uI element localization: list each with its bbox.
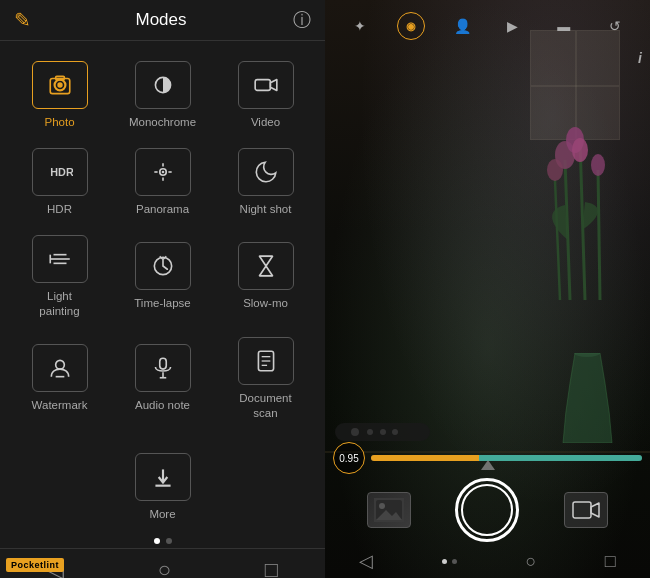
exposure-orange xyxy=(371,455,479,461)
camera-dot-1 xyxy=(442,559,447,564)
mode-nightshot[interactable]: Night shot xyxy=(214,138,317,225)
page-dots xyxy=(0,532,325,548)
level-indicator xyxy=(473,458,503,476)
mode-timelapse[interactable]: Time-lapse xyxy=(111,225,214,327)
mode-hdr[interactable]: HDR HDR xyxy=(8,138,111,225)
recents-nav-icon[interactable]: □ xyxy=(265,557,278,578)
svg-line-35 xyxy=(555,180,560,300)
documentscan-label: Document scan xyxy=(239,391,291,421)
exposure-bar[interactable] xyxy=(371,455,642,461)
video-label: Video xyxy=(251,115,280,130)
thumbnail-icon xyxy=(374,498,404,522)
video-icon xyxy=(253,72,279,98)
bluetooth-icon[interactable]: ✦ xyxy=(346,12,374,40)
mode-audionote[interactable]: Audio note xyxy=(111,327,214,429)
more-button[interactable]: More xyxy=(115,443,211,530)
svg-point-39 xyxy=(547,159,563,181)
mode-slowmo[interactable]: Slow-mo xyxy=(214,225,317,327)
video-top-icon[interactable]: ▶ xyxy=(499,12,527,40)
timelapse-label: Time-lapse xyxy=(134,296,190,311)
photo-label: Photo xyxy=(44,115,74,130)
modes-grid: Photo Monochrome Video xyxy=(0,41,325,439)
gallery-thumbnail[interactable] xyxy=(367,492,411,528)
panorama-icon xyxy=(150,159,176,185)
svg-point-43 xyxy=(351,428,359,436)
hdr-icon: HDR xyxy=(47,159,73,185)
monochrome-label: Monochrome xyxy=(129,115,196,130)
mode-watermark[interactable]: Watermark xyxy=(8,327,111,429)
monochrome-icon-box xyxy=(135,61,191,109)
zoom-value: 0.95 xyxy=(339,453,358,464)
camera-info-corner[interactable]: i xyxy=(638,50,642,66)
camera-home-icon[interactable]: ○ xyxy=(525,551,536,572)
vase-decoration xyxy=(555,353,620,443)
slowmo-label: Slow-mo xyxy=(243,296,288,311)
svg-text:HDR: HDR xyxy=(50,166,73,178)
mode-photo[interactable]: Photo xyxy=(8,51,111,138)
svg-line-34 xyxy=(598,170,600,300)
mode-lightpainting[interactable]: Light painting xyxy=(8,225,111,327)
svg-point-9 xyxy=(161,171,164,174)
svg-point-21 xyxy=(55,361,64,370)
svg-point-50 xyxy=(379,503,385,509)
lightpainting-icon xyxy=(47,246,73,272)
svg-point-44 xyxy=(367,429,373,435)
svg-point-46 xyxy=(392,429,398,435)
camera-viewfinder: ✦ ◉ 👤 ▶ ▬ ↺ i 0.95 xyxy=(325,0,650,578)
timelapse-icon-box xyxy=(135,242,191,290)
portrait-icon[interactable]: 👤 xyxy=(448,12,476,40)
hdr-icon-box: HDR xyxy=(32,148,88,196)
tulips-decoration xyxy=(510,40,640,300)
dot-1 xyxy=(154,538,160,544)
video-icon-box xyxy=(238,61,294,109)
more-download-icon xyxy=(150,464,176,490)
svg-point-38 xyxy=(572,138,588,162)
watermark-icon-box xyxy=(32,344,88,392)
mode-monochrome[interactable]: Monochrome xyxy=(111,51,214,138)
panorama-label: Panorama xyxy=(136,202,189,217)
video-mode-button[interactable] xyxy=(564,492,608,528)
svg-rect-23 xyxy=(159,358,166,369)
svg-point-40 xyxy=(591,154,605,176)
battery-icon: ▬ xyxy=(550,12,578,40)
info-icon[interactable]: ⓘ xyxy=(291,8,311,32)
camera-recents-icon[interactable]: □ xyxy=(605,551,616,572)
hdr-camera-icon[interactable]: ◉ xyxy=(397,12,425,40)
mode-video[interactable]: Video xyxy=(214,51,317,138)
lightpainting-label: Light painting xyxy=(39,289,79,319)
photo-icon xyxy=(47,72,73,98)
zoom-indicator[interactable]: 0.95 xyxy=(333,442,365,474)
monochrome-icon xyxy=(150,72,176,98)
modes-header: ✎ Modes ⓘ xyxy=(0,0,325,41)
documentscan-icon xyxy=(253,348,279,374)
mode-documentscan[interactable]: Document scan xyxy=(214,327,317,429)
svg-marker-47 xyxy=(481,460,495,470)
edit-icon[interactable]: ✎ xyxy=(14,8,31,32)
svg-rect-52 xyxy=(573,502,591,518)
shutter-inner xyxy=(461,484,513,536)
rotate-icon[interactable]: ↺ xyxy=(601,12,629,40)
nightshot-icon xyxy=(253,159,279,185)
exposure-green xyxy=(479,455,642,461)
camera-top-icons: ✦ ◉ 👤 ▶ ▬ ↺ xyxy=(325,8,650,44)
mode-panorama[interactable]: Panorama xyxy=(111,138,214,225)
home-nav-icon[interactable]: ○ xyxy=(158,557,171,578)
documentscan-icon-box xyxy=(238,337,294,385)
camera-back-icon[interactable]: ◁ xyxy=(359,550,373,572)
hdr-label: HDR xyxy=(47,202,72,217)
nightshot-icon-box xyxy=(238,148,294,196)
nightshot-label: Night shot xyxy=(240,202,292,217)
video-btn-icon xyxy=(572,499,600,521)
modes-panel: ✎ Modes ⓘ Photo xyxy=(0,0,325,578)
audionote-icon-box xyxy=(135,344,191,392)
svg-rect-5 xyxy=(255,80,270,91)
lightpainting-icon-box xyxy=(32,235,88,283)
modes-title: Modes xyxy=(31,10,291,30)
timelapse-icon xyxy=(150,253,176,279)
dot-2 xyxy=(166,538,172,544)
pocketlint-badge: Pocketlint xyxy=(6,558,64,572)
svg-point-45 xyxy=(380,429,386,435)
slowmo-icon xyxy=(253,253,279,279)
audionote-label: Audio note xyxy=(135,398,190,413)
shutter-button[interactable] xyxy=(455,478,519,542)
